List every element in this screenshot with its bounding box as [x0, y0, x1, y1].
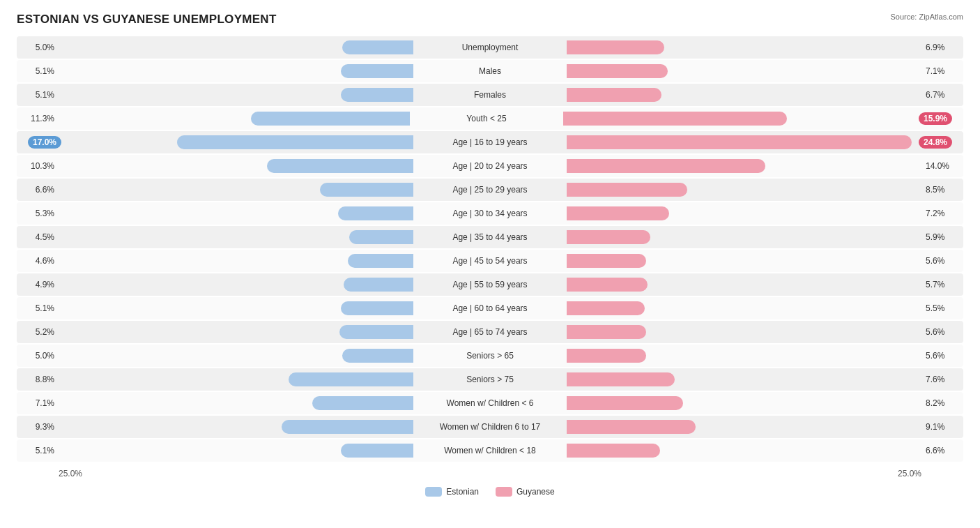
bar-right-fill [563, 112, 787, 126]
bar-row: 6.6% Age | 25 to 29 years 8.5% [17, 179, 963, 201]
bars-left [59, 301, 413, 315]
bar-left-fill [282, 420, 413, 434]
bar-right-fill [567, 135, 912, 149]
axis-right-label: 25.0% [898, 469, 921, 478]
row-label: Age | 35 to 44 years [413, 232, 567, 242]
bars-right [567, 183, 921, 197]
bar-right-fill [567, 230, 650, 244]
bar-right-fill [567, 325, 646, 339]
bar-right-fill [567, 420, 696, 434]
value-right: 5.7% [921, 280, 963, 289]
value-left: 9.3% [17, 422, 59, 432]
bar-left-fill [339, 325, 413, 339]
bars-left [59, 325, 413, 339]
bar-left-fill [341, 88, 413, 102]
bar-row: 4.5% Age | 35 to 44 years 5.9% [17, 226, 963, 248]
row-inner: 10.3% Age | 20 to 24 years 14.0% [17, 155, 963, 177]
bar-row: 5.2% Age | 65 to 74 years 5.6% [17, 321, 963, 343]
row-label: Seniors > 75 [413, 375, 567, 384]
row-inner: 9.3% Women w/ Children 6 to 17 9.1% [17, 416, 963, 438]
bar-row: 4.6% Age | 45 to 54 years 5.6% [17, 250, 963, 272]
value-right: 9.1% [921, 422, 963, 432]
value-right: 7.2% [921, 209, 963, 218]
value-right: 5.6% [921, 327, 963, 337]
bar-left-fill [320, 183, 413, 197]
row-label: Males [413, 66, 567, 76]
chart-title: ESTONIAN VS GUYANESE UNEMPLOYMENT [17, 13, 277, 27]
value-right: 5.9% [921, 232, 963, 242]
row-label: Seniors > 65 [413, 351, 567, 361]
row-label: Women w/ Children 6 to 17 [413, 422, 567, 432]
value-right: 24.8% [914, 136, 963, 149]
bars-right [567, 420, 921, 434]
bar-left-fill [312, 396, 413, 410]
axis-row: 25.0% 25.0% [17, 465, 963, 483]
bars-right [563, 112, 914, 126]
value-left: 5.0% [17, 351, 59, 361]
row-inner: 5.0% Seniors > 65 5.6% [17, 345, 963, 367]
row-inner: 4.6% Age | 45 to 54 years 5.6% [17, 250, 963, 272]
bar-left-fill [348, 254, 413, 268]
value-right: 6.7% [921, 90, 963, 100]
row-label: Youth < 25 [410, 114, 563, 123]
bars-right [567, 206, 921, 220]
bars-right [567, 135, 914, 149]
bar-left-fill [342, 40, 413, 54]
value-right: 7.6% [921, 375, 963, 384]
value-left: 5.0% [17, 43, 59, 52]
row-inner: 5.1% Females 6.7% [17, 84, 963, 106]
bars-left [59, 444, 413, 458]
bar-row: 5.1% Males 7.1% [17, 60, 963, 82]
bars-left [59, 396, 413, 410]
value-left: 5.1% [17, 90, 59, 100]
bar-right-fill [567, 396, 683, 410]
row-label: Age | 25 to 29 years [413, 185, 567, 195]
estonian-swatch [425, 487, 442, 497]
bars-left [59, 183, 413, 197]
value-left: 17.0% [17, 136, 66, 149]
value-left: 5.2% [17, 327, 59, 337]
bar-row: 5.1% Women w/ Children < 18 6.6% [17, 439, 963, 462]
legend-row: Estonian Guyanese [17, 487, 963, 497]
row-label: Unemployment [413, 43, 567, 52]
value-left: 11.3% [17, 114, 59, 123]
chart-body: 5.0% Unemployment 6.9% 5.1% Males 7.1% 5… [17, 36, 963, 462]
bars-right [567, 64, 921, 78]
axis-left-label: 25.0% [59, 469, 82, 478]
bars-right [567, 301, 921, 315]
bars-right [567, 88, 921, 102]
bar-row: 7.1% Women w/ Children < 6 8.2% [17, 392, 963, 414]
bar-right-fill [567, 444, 660, 458]
bar-right-fill [567, 254, 646, 268]
bar-row: 4.9% Age | 55 to 59 years 5.7% [17, 273, 963, 296]
bar-left-fill [341, 444, 413, 458]
bars-right [567, 372, 921, 386]
legend-item-guyanese: Guyanese [496, 487, 555, 497]
bar-left-fill [344, 278, 413, 292]
row-inner: 8.8% Seniors > 75 7.6% [17, 368, 963, 391]
bar-left-fill [177, 135, 413, 149]
bar-row: 5.1% Females 6.7% [17, 84, 963, 106]
bar-row: 11.3% Youth < 25 15.9% [17, 107, 963, 130]
bar-left-fill [289, 372, 413, 386]
row-inner: 6.6% Age | 25 to 29 years 8.5% [17, 179, 963, 201]
row-label: Age | 45 to 54 years [413, 256, 567, 266]
bar-left-fill [349, 230, 413, 244]
bars-left [59, 278, 413, 292]
value-left: 4.5% [17, 232, 59, 242]
bars-left [59, 159, 413, 173]
bar-right-fill [567, 183, 687, 197]
row-label: Age | 55 to 59 years [413, 280, 567, 289]
chart-header: ESTONIAN VS GUYANESE UNEMPLOYMENT Source… [17, 13, 963, 27]
bar-right-fill [567, 40, 664, 54]
value-right: 14.0% [921, 161, 963, 171]
row-inner: 4.9% Age | 55 to 59 years 5.7% [17, 273, 963, 296]
value-right: 7.1% [921, 66, 963, 76]
bars-right [567, 349, 921, 363]
value-right: 8.5% [921, 185, 963, 195]
row-inner: 5.1% Age | 60 to 64 years 5.5% [17, 297, 963, 319]
value-left: 5.1% [17, 303, 59, 313]
estonian-legend-label: Estonian [446, 487, 479, 497]
row-inner: 5.0% Unemployment 6.9% [17, 36, 963, 59]
value-left: 4.9% [17, 280, 59, 289]
